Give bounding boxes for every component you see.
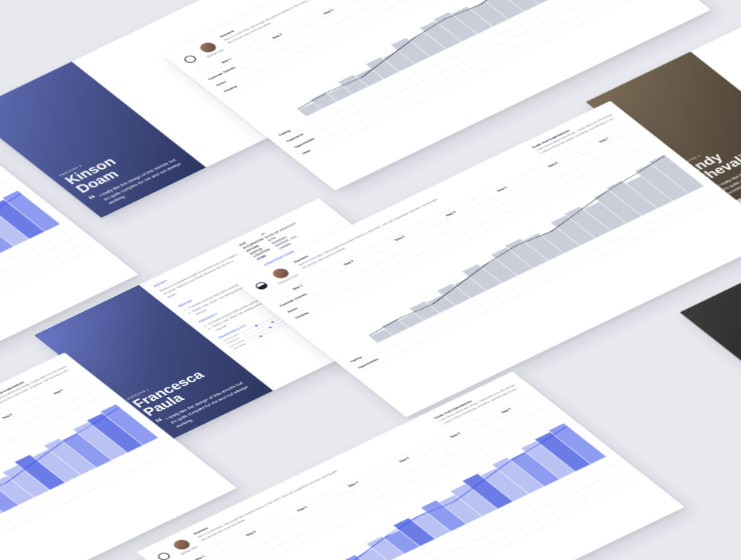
lane-cells [296,470,627,560]
avatar: Michael Hart [195,40,225,59]
chart-bar [15,455,65,490]
lane-label: Action [285,294,324,316]
chart-bar [535,432,591,471]
persona-name: Francesca Paula [130,358,241,418]
persona-photo [679,262,741,419]
feeling-tag: Lost [378,267,387,272]
chart-bar [73,422,127,460]
lane-cell [610,0,661,4]
chart-bar [87,413,142,453]
lane-cell [0,440,16,466]
chart-bar [481,468,528,501]
journey-lane: Thinking [194,414,559,560]
journey-lane: Action [187,408,552,560]
chart-bar [439,495,482,524]
journey-lane: Thinking [0,396,112,560]
chart-bar [340,555,373,560]
chart-bar [454,278,486,299]
chart-bar [367,536,404,560]
avatar: Michael Hart [168,537,199,556]
lane-cell [379,321,430,347]
lane-cells [0,439,163,560]
brand-logo-icon [182,54,199,64]
persona-quote-text: I really like the design of this remote … [164,379,259,429]
chart-bar [62,433,112,467]
chart-bar [2,465,49,497]
chart-bar [510,452,559,486]
lane-cell [471,276,522,302]
step-header-row: Step 1Step 2Step 3Step 4Step 5Step 6Step… [170,396,535,560]
chart-bar [44,439,96,475]
chart-bar [462,474,513,509]
chart-bar [101,404,158,445]
brand-logo-icon [156,551,172,560]
lane-cells [210,402,541,560]
persona-quote: “ I really like the design of this remot… [156,379,260,433]
journey-map-purple-3: Michael HartScenarioAlex is a real clien… [136,371,685,560]
isometric-stage: PERSONA 1 Francesca Paula “ I really lik… [0,0,741,560]
chart-bar [492,458,544,494]
persona-body: AGE 44OCCUPATION MUSEUM ARCHIVISTINCOME … [139,199,453,391]
persona-tag: PERSONA 1 [126,355,218,400]
chart-bar [521,441,575,479]
goal-item: • I am curious about many things, I real… [535,113,614,153]
chart-bar [357,549,388,560]
kv-row: STATUS MARRIED [248,215,330,256]
chart-bar [548,424,605,464]
chart-bar [451,484,497,516]
chart-bar [33,450,80,482]
chart-bar [421,500,466,531]
chart-bar [393,518,435,546]
